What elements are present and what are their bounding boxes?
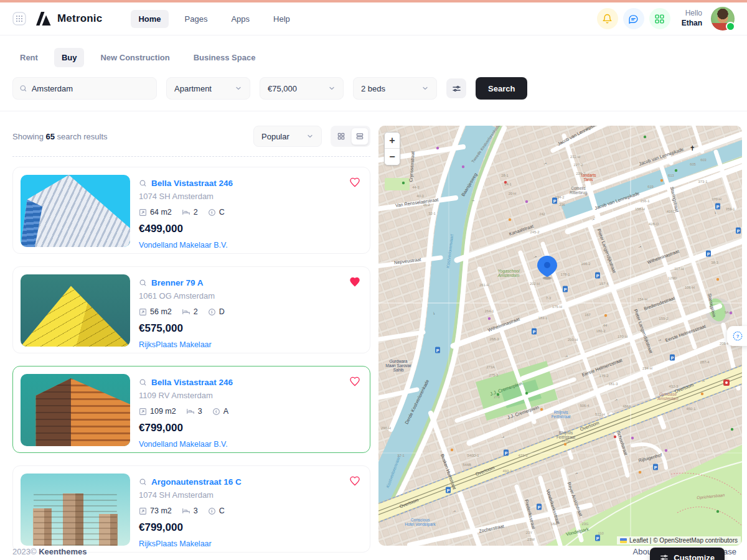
- sliders-icon: [660, 553, 669, 560]
- map-label: 287-4: [700, 360, 710, 364]
- property-title-link[interactable]: Brenner 79 A: [139, 278, 225, 287]
- app-launcher-icon[interactable]: [12, 12, 26, 26]
- property-title-link[interactable]: Bella Vistastraat 246: [139, 179, 233, 188]
- tab-rent[interactable]: Rent: [12, 48, 45, 67]
- property-title-link[interactable]: Bella Vistastraat 246: [139, 378, 233, 387]
- poi-dot: [701, 393, 703, 395]
- property-title-link[interactable]: Argonautenstraat 16 C: [139, 477, 242, 487]
- map-label: 619: [647, 185, 654, 189]
- price-select[interactable]: €75,000: [260, 77, 344, 100]
- poi-dot: [462, 166, 464, 168]
- map-zoom-control: + −: [384, 132, 400, 166]
- beds-select[interactable]: 2 beds: [353, 77, 437, 100]
- question-badge-icon: ?: [732, 330, 743, 342]
- poi-dot: [525, 200, 528, 203]
- customize-button[interactable]: Customize: [650, 548, 725, 560]
- grid-view-button[interactable]: [332, 128, 350, 145]
- location-input[interactable]: [32, 84, 150, 93]
- map-label: 540D-1: [467, 454, 479, 457]
- map-canvas[interactable]: Van RensselaerstraatNepveustraatKanaalst…: [378, 126, 742, 546]
- map-label: 450-1: [687, 407, 696, 411]
- poi-dot: [731, 428, 733, 431]
- sort-select[interactable]: Popular: [253, 126, 322, 147]
- map-label: 20-H: [509, 192, 517, 195]
- poi-dot: [504, 181, 507, 184]
- nav-item-help[interactable]: Help: [266, 10, 298, 28]
- map-label: 544B: [463, 463, 471, 467]
- divider: [12, 156, 370, 157]
- poi-dot: [436, 147, 439, 149]
- map-label: 110: [598, 531, 603, 535]
- map-label: 28-1: [501, 174, 509, 177]
- map-label: 154-H: [637, 297, 647, 301]
- zoom-out-button[interactable]: −: [385, 149, 400, 165]
- parking-icon: P: [446, 487, 451, 493]
- map-label: 236: [559, 203, 565, 207]
- parking-icon: P: [537, 504, 542, 510]
- tab-new-construction[interactable]: New Construction: [93, 48, 177, 67]
- property-card[interactable]: Argonautenstraat 16 C 1074 SH Amsterdam …: [12, 465, 370, 553]
- agent-link[interactable]: Vondelland Makelaar B.V.: [139, 241, 233, 250]
- avatar[interactable]: [711, 7, 735, 30]
- poi-dot: [525, 392, 528, 394]
- agent-link[interactable]: Vondelland Makelaar B.V.: [139, 440, 233, 449]
- map-label: 416C: [667, 210, 675, 213]
- footer: 2023© Keenthemes About Support Purchase: [0, 543, 747, 560]
- chat-button[interactable]: [623, 8, 644, 29]
- list-view-button[interactable]: [351, 128, 369, 145]
- favorite-button[interactable]: [349, 375, 361, 388]
- view-toggle: [331, 126, 370, 147]
- zoom-in-button[interactable]: +: [385, 133, 400, 149]
- tab-buy[interactable]: Buy: [54, 48, 85, 67]
- area-value: 64 m2: [139, 208, 172, 217]
- map-label: 447M: [561, 439, 571, 443]
- beds-value: 2: [182, 208, 198, 217]
- property-card[interactable]: Brenner 79 A 1061 OG Amsterdam 56 m2 2 D…: [12, 266, 370, 353]
- map-label: 227-2: [574, 163, 583, 167]
- bed-icon: [182, 506, 190, 515]
- poi-dot: [644, 136, 646, 138]
- beds-value: 3: [182, 506, 198, 515]
- apps-quick-button[interactable]: [649, 8, 670, 29]
- map-label: 493-1: [503, 469, 512, 473]
- brand-logo[interactable]: Metronic: [34, 11, 102, 26]
- svg-text:P: P: [596, 536, 599, 541]
- property-price: €799,000: [139, 521, 242, 534]
- nav-item-home[interactable]: Home: [131, 10, 168, 28]
- favorite-button[interactable]: [349, 276, 361, 288]
- map-label: 159-2: [659, 317, 669, 320]
- map-label: 158-H: [635, 207, 645, 211]
- property-type-select[interactable]: Apartment: [166, 77, 250, 100]
- poi-dot: [604, 314, 607, 317]
- more-filters-button[interactable]: [446, 78, 466, 98]
- metronic-logo-icon: [34, 11, 52, 26]
- poi-dot: [564, 443, 566, 446]
- property-price: €799,000: [139, 422, 233, 434]
- map-label: RhijnvisFeithstraat: [557, 431, 575, 439]
- map-label: 181-3: [609, 382, 618, 386]
- map-label: 156-1: [641, 199, 650, 203]
- property-address: 1074 SH Amsterdam: [139, 490, 242, 500]
- map-label: 229-2: [576, 172, 586, 175]
- nav-item-pages[interactable]: Pages: [177, 10, 215, 28]
- nav-item-apps[interactable]: Apps: [223, 10, 257, 28]
- map-label: 117-H: [674, 267, 684, 271]
- property-price: €575,000: [139, 322, 225, 335]
- favorite-button[interactable]: [349, 475, 361, 487]
- tab-business-space[interactable]: Business Space: [186, 48, 263, 67]
- notifications-button[interactable]: [597, 8, 618, 29]
- help-button[interactable]: ?: [727, 326, 747, 346]
- map-label: 613: [668, 174, 674, 177]
- area-icon: [139, 408, 147, 416]
- map-label: 106-H: [685, 286, 695, 289]
- keenthemes-link[interactable]: Keenthemes: [39, 547, 87, 556]
- parking-icon: P: [595, 535, 600, 541]
- property-photo: [21, 175, 130, 247]
- agent-link[interactable]: RijksPlaats Makelaar: [139, 340, 225, 349]
- poi-dot: [488, 317, 491, 320]
- property-address: 1074 SH Amsterdam: [139, 192, 233, 201]
- property-card[interactable]: Bella Vistastraat 246 1109 RV Amsterdam …: [12, 366, 370, 453]
- favorite-button[interactable]: [349, 176, 361, 189]
- search-button[interactable]: Search: [476, 77, 527, 100]
- property-card[interactable]: Bella Vistastraat 246 1074 SH Amsterdam …: [12, 167, 370, 254]
